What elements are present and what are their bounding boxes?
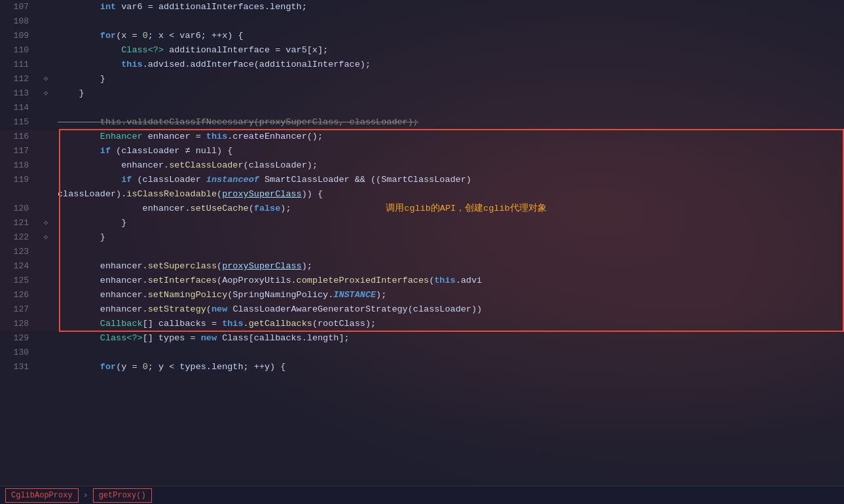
code-line: 117 if (classLoader ≠ null) { [0,144,844,158]
line-number: 120 [0,202,39,216]
code-line: 116 Enhancer enhancer = this.createEnhan… [0,130,844,144]
chevron-right-icon: › [83,491,88,500]
cglib-aop-proxy-tab[interactable]: CglibAopProxy [5,488,79,503]
line-number: 118 [0,158,39,173]
code-line: 121◇ } [0,216,844,230]
code-line: 118 enhancer.setClassLoader(classLoader)… [0,158,844,173]
line-content: enhancer.setInterfaces(AopProxyUtils.com… [52,274,844,288]
code-line: 124 enhancer.setSuperclass(proxySuperCla… [0,259,844,274]
line-content: int var6 = additionalInterfaces.length; [52,0,844,14]
code-line: 110 Class<?> additionalInterface = var5[… [0,43,844,58]
line-content: Class<?> additionalInterface = var5[x]; [52,43,844,58]
code-line: 125 enhancer.setInterfaces(AopProxyUtils… [0,274,844,288]
line-content: } [52,86,844,101]
get-proxy-tab[interactable]: getProxy() [93,488,152,503]
line-number: 130 [0,346,39,360]
code-line: 122◇ } [0,230,844,245]
line-number: 121 [0,216,39,230]
line-content: enhancer.setSuperclass(proxySuperClass); [52,259,844,274]
code-line: 108 [0,14,844,29]
line-content: } [52,230,844,245]
line-content: for(y = 0; y < types.length; ++y) { [52,360,844,374]
code-line: 114 [0,101,844,115]
editor-container: 107 int var6 = additionalInterfaces.leng… [0,0,844,504]
code-line: 131 for(y = 0; y < types.length; ++y) { [0,360,844,374]
line-content: Callback[] callbacks = this.getCallbacks… [52,317,844,331]
line-number: 128 [0,317,39,331]
line-content: enhancer.setClassLoader(classLoader); [52,158,844,173]
line-number: 123 [0,245,39,259]
code-line: 130 [0,346,844,360]
line-gutter: ◇ [39,230,52,245]
line-number: 117 [0,144,39,158]
line-number: 125 [0,274,39,288]
line-number: 114 [0,101,39,115]
code-line: 126 enhancer.setNamingPolicy(SpringNamin… [0,288,844,302]
code-line: 109 for(x = 0; x < var6; ++x) { [0,29,844,43]
status-bar: CglibAopProxy › getProxy() [0,486,844,504]
line-number: 112 [0,72,39,86]
code-line: 123 [0,245,844,259]
line-number: 119 [0,173,39,187]
line-content: if (classLoader ≠ null) { [52,144,844,158]
line-content: for(x = 0; x < var6; ++x) { [52,29,844,43]
line-number: 127 [0,302,39,317]
line-gutter: ◇ [39,72,52,86]
line-content: classLoader).isClassReloadable(proxySupe… [52,187,844,202]
line-number: 115 [0,115,39,130]
code-line: 119 if (classLoader instanceof SmartClas… [0,173,844,187]
annotation-label: 调用cglib的API，创建cglib代理对象 [344,204,547,213]
code-line: 112◇ } [0,72,844,86]
line-number: 113 [0,86,39,101]
line-number: 129 [0,331,39,346]
line-number: 131 [0,360,39,374]
line-content: this.validateClassIfNecessary(proxySuper… [52,115,844,130]
code-line: classLoader).isClassReloadable(proxySupe… [0,187,844,202]
line-content: if (classLoader instanceof SmartClassLoa… [52,173,844,187]
line-content: } [52,216,844,230]
line-gutter: ◇ [39,86,52,101]
line-content: enhancer.setNamingPolicy(SpringNamingPol… [52,288,844,302]
line-number: 116 [0,130,39,144]
line-gutter: ◇ [39,216,52,230]
line-number: 126 [0,288,39,302]
line-content: Enhancer enhancer = this.createEnhancer(… [52,130,844,144]
code-area: 107 int var6 = additionalInterfaces.leng… [0,0,844,486]
line-number: 108 [0,14,39,29]
code-line: 111 this.advised.addInterface(additional… [0,58,844,72]
code-line: 128 Callback[] callbacks = this.getCallb… [0,317,844,331]
line-number: 122 [0,230,39,245]
code-line: 127 enhancer.setStrategy(new ClassLoader… [0,302,844,317]
code-line: 129 Class<?>[] types = new Class[callbac… [0,331,844,346]
code-line: 115 this.validateClassIfNecessary(proxyS… [0,115,844,130]
line-number: 124 [0,259,39,274]
code-line: 107 int var6 = additionalInterfaces.leng… [0,0,844,14]
line-content: this.advised.addInterface(additionalInte… [52,58,844,72]
cglib-aop-proxy-label: CglibAopProxy [11,491,73,500]
line-content: Class<?>[] types = new Class[callbacks.l… [52,331,844,346]
line-content: enhancer.setStrategy(new ClassLoaderAwar… [52,302,844,317]
line-number: 110 [0,43,39,58]
get-proxy-label: getProxy() [99,491,146,500]
line-content: } [52,72,844,86]
code-line: 120 enhancer.setUseCache(false); 调用cglib… [0,202,844,216]
line-number: 107 [0,0,39,14]
tab-separator: › [81,491,90,500]
line-number: 109 [0,29,39,43]
line-number: 111 [0,58,39,72]
line-content: enhancer.setUseCache(false); 调用cglib的API… [52,202,844,216]
code-line: 113◇ } [0,86,844,101]
